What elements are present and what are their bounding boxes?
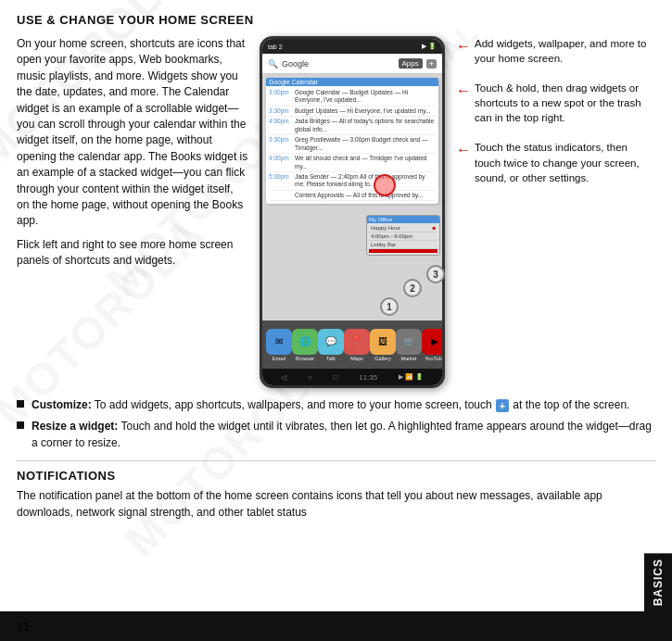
mini-widget-row-3: Lobby Bar [369,241,437,249]
notifications-section: NOTIFICATIONS The notification panel at … [17,460,655,521]
add-icon: + [426,59,437,69]
bullet-resize-text: Resize a widget: Touch and hold the widg… [32,419,655,451]
annotation-overlay: 1 2 3 [371,270,454,344]
callout-2-arrow: ← [456,81,471,101]
apps-button[interactable]: Apps [399,58,423,69]
annotation-3: 3 [426,265,445,283]
bullet-resize-body: Touch and hold the widget until it vibra… [32,420,652,448]
dock-browser: 🌐 Browser [292,329,318,361]
right-callouts: ← Add widgets, wallpaper, and more to yo… [456,36,655,388]
maps-dock-icon: 📍 [344,329,370,355]
phone-mockup-container: tab 2 ▶ 🔋 🔍 Google Apps + Goo [260,36,445,388]
bullet-customize-label: Customize: [32,398,92,411]
nav-status-icons: ▶ 📶 🔋 [399,373,424,381]
phone-search-bar: 🔍 Google Apps + [262,54,442,74]
calendar-event-1: 3:00pm Google Calendar — Budget Updates … [269,88,436,107]
event-time-1: 3:00pm [269,89,295,105]
bullet-resize-label: Resize a widget: [32,420,118,433]
mini-widget-row-2: 4:00pm - 6:00pm [369,233,437,241]
bullet-customize-suffix: at the top of the screen. [510,398,629,411]
event-time-5: 4:00pm [269,155,295,170]
event-text-5: We all should check and — Timidger I've … [295,155,436,170]
nav-recent: □ [334,373,338,382]
left-paragraph-1: On your home screen, shortcuts are icons… [17,36,248,230]
callout-3-text: Touch the status indicators, then touch … [475,140,655,184]
event-text-3: Jada Bridges — All of today's options fo… [295,118,436,133]
event-time-4: 3:30pm [269,136,295,152]
event-text-2: Budget Updates — Hi Everyone, I've updat… [295,107,430,115]
touch-indicator [374,174,396,196]
bullet-icon-2 [17,421,24,429]
calendar-event-4: 3:30pm Greg Postlewaite — 3:00pm Budget … [269,135,436,154]
calendar-widget-header: Google Calendar [266,78,438,86]
callout-1-text: Add widgets, wallpaper, and more to your… [475,36,655,66]
search-icon: 🔍 [268,59,278,69]
calendar-event-2: 3:30pm Budget Updates — Hi Everyone, I'v… [269,107,436,117]
phone-status-bar: tab 2 ▶ 🔋 [262,39,442,54]
bullets-area: Customize: To add widgets, app shortcuts… [17,397,655,451]
notifications-text: The notification panel at the bottom of … [17,488,655,521]
browser-dock-icon: 🌐 [292,329,318,355]
callout-1: ← Add widgets, wallpaper, and more to yo… [456,36,655,66]
left-paragraph-2: Flick left and right to see more home sc… [17,237,248,270]
dock-maps: 📍 Maps [344,329,370,361]
phone-status-left: tab 2 [268,44,283,50]
bullet-resize: Resize a widget: Touch and hold the widg… [17,419,655,451]
red-bar [369,249,437,253]
youtube-dock-label: YouTube [425,356,442,361]
dock-talk: 💬 Talk [318,329,344,361]
calendar-event-3: 4:00pm Jada Bridges — All of today's opt… [269,117,436,135]
left-description: On your home screen, shortcuts are icons… [17,36,248,388]
event-text-1: Google Calendar — Budget Updates — Hi Ev… [295,89,436,105]
plus-icon: + [496,399,509,412]
search-text: Google [282,59,395,69]
callout-3-arrow: ← [456,140,471,160]
event-time-7 [269,192,295,199]
browser-dock-label: Browser [296,356,314,361]
nav-back: ◁ [281,373,286,382]
notifications-heading: NOTIFICATIONS [17,469,655,483]
event-text-7: Content Approvals — All of this is appro… [295,192,423,199]
callout-3: ← Touch the status indicators, then touc… [456,140,655,184]
mini-widget-row-1: Happy Hour ■ [369,224,437,233]
callout-2: ← Touch & hold, then drag widgets or sho… [456,81,655,125]
email-dock-label: Email [273,356,285,361]
gallery-dock-label: Gallery [374,356,390,361]
phone-bottom-time: 11:35 [359,373,377,382]
event-time-2: 3:30pm [269,107,295,115]
event-text-6: Jada Sender — 2:40pm All of this is appr… [295,173,436,189]
market-dock-label: Market [401,356,417,361]
calendar-event-6: 5:00pm Jada Sender — 2:40pm All of this … [269,172,436,191]
calendar-event-7: Content Approvals — All of this is appro… [269,191,436,201]
email-dock-icon: ✉ [266,329,292,355]
calendar-event-5: 4:00pm We all should check and — Timidge… [269,154,436,172]
talk-dock-icon: 💬 [318,329,344,355]
phone-nav-bar: ◁ ○ □ 11:35 ▶ 📶 🔋 [262,369,442,385]
callout-1-arrow: ← [456,36,471,57]
bullet-customize-text: Customize: To add widgets, app shortcuts… [32,397,629,413]
bullet-icon-1 [17,400,24,408]
callout-2-text: Touch & hold, then drag widgets or short… [475,81,655,125]
nav-home: ○ [308,373,312,382]
calendar-widget: Google Calendar 3:00pm Google Calendar —… [266,78,438,204]
annotation-2: 2 [403,279,422,297]
talk-dock-label: Talk [326,356,336,361]
phone-status-right: ▶ 🔋 [422,43,437,50]
page-heading: USE & CHANGE YOUR HOME SCREEN [17,13,655,27]
event-time-6: 5:00pm [269,173,295,189]
annotation-1: 1 [380,297,399,316]
event-time-3: 4:00pm [269,118,295,133]
event-text-4: Greg Postlewaite — 3:00pm Budget check a… [295,136,436,152]
dock-email: ✉ Email [266,329,292,361]
mini-widget-header: My Office [367,216,439,223]
mini-widget-overlay: My Office Happy Hour ■ 4:00pm - 6:00pm L… [366,215,440,256]
maps-dock-label: Maps [350,356,362,361]
bullet-customize: Customize: To add widgets, app shortcuts… [17,397,655,413]
bullet-customize-body: To add widgets, app shortcuts, wallpaper… [92,398,495,411]
